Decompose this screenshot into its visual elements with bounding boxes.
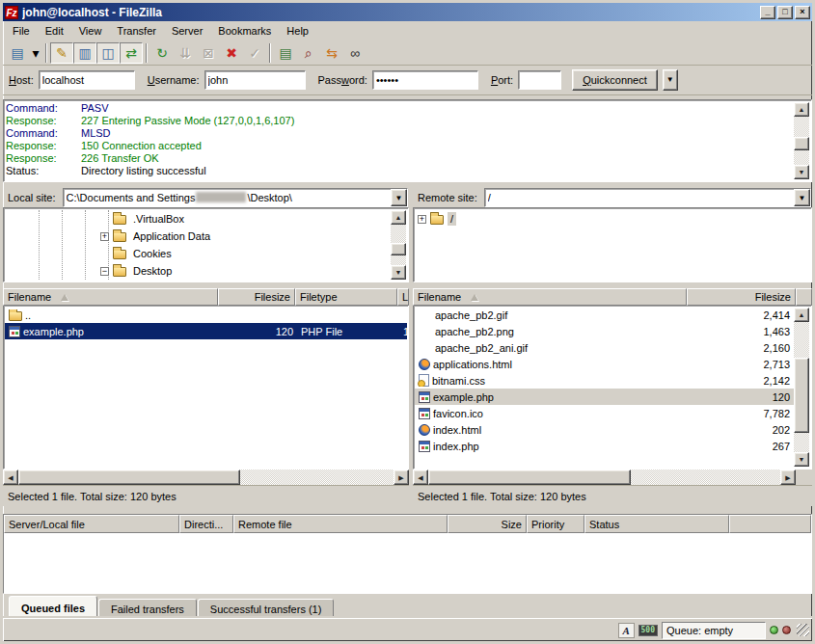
queue-column-remotefile[interactable]: Remote file xyxy=(233,515,448,533)
binoculars-button[interactable]: ∞ xyxy=(343,42,367,64)
scrollbar-thumb[interactable] xyxy=(18,470,240,485)
file-row[interactable]: applications.html2,713 xyxy=(415,356,794,372)
menu-help[interactable]: Help xyxy=(279,23,316,39)
title-bar[interactable]: Fz john@localhost - FileZilla _ □ × xyxy=(3,3,812,21)
file-row[interactable]: favicon.ico7,782 xyxy=(415,405,794,421)
tree-item-label[interactable]: Cookies xyxy=(130,247,175,260)
tab-queued-files[interactable]: Queued files xyxy=(9,596,97,618)
scroll-down-icon[interactable]: ▼ xyxy=(391,265,406,280)
quickconnect-dropdown-icon[interactable]: ▼ xyxy=(663,69,678,91)
queue-column-size[interactable]: Size xyxy=(448,515,527,533)
filter-button[interactable]: ▤ xyxy=(274,42,297,64)
speed-limit-icon[interactable]: 500 xyxy=(638,625,658,636)
password-input[interactable] xyxy=(372,70,478,90)
username-input[interactable] xyxy=(204,70,306,90)
process-queue-button[interactable]: ⇊ xyxy=(174,42,197,64)
file-row[interactable]: apache_pb2.gif2,414 xyxy=(415,307,794,323)
chevron-down-icon[interactable]: ▼ xyxy=(391,189,407,206)
scrollbar-thumb[interactable] xyxy=(794,137,809,150)
scrollbar-thumb[interactable] xyxy=(391,243,406,255)
file-row[interactable]: apache_pb2.png1,463 xyxy=(415,323,794,339)
chevron-down-icon[interactable]: ▼ xyxy=(794,189,810,206)
column-header-filename[interactable]: Filename xyxy=(3,288,218,306)
file-row[interactable]: apache_pb2_ani.gif2,160 xyxy=(415,339,794,356)
port-input[interactable] xyxy=(518,70,561,90)
queue-column-priority[interactable]: Priority xyxy=(527,515,584,533)
file-row[interactable]: .. xyxy=(5,307,407,323)
reconnect-button[interactable]: ✓ xyxy=(243,42,266,64)
tree-item[interactable]: .VirtualBox xyxy=(6,210,390,228)
remote-list-scrollbar[interactable]: ▲ ▼ xyxy=(794,308,809,467)
expand-icon[interactable]: + xyxy=(100,232,109,241)
queue-column-status[interactable]: Status xyxy=(584,515,729,533)
close-button[interactable]: × xyxy=(795,6,810,19)
file-row[interactable]: bitnami.css2,142 xyxy=(415,372,794,389)
collapse-icon[interactable]: − xyxy=(100,267,109,276)
column-header-filesize[interactable]: Filesize xyxy=(218,288,295,306)
cancel-operation-button[interactable]: ⊠ xyxy=(197,42,220,64)
log-scrollbar[interactable]: ▲ ▼ xyxy=(794,102,809,179)
menu-server[interactable]: Server xyxy=(164,23,210,39)
remote-hscrollbar[interactable]: ◀ ▶ xyxy=(413,470,796,485)
column-header-filesize[interactable]: Filesize xyxy=(687,288,796,306)
file-row[interactable]: example.php120 xyxy=(415,389,794,405)
tab-successful-transfers-[interactable]: Successful transfers (1) xyxy=(198,599,335,618)
toggle-local-tree-button[interactable]: ▥ xyxy=(73,42,96,64)
remote-site-combo[interactable]: / ▼ xyxy=(484,188,811,207)
scrollbar-thumb[interactable] xyxy=(794,358,809,433)
local-hscrollbar[interactable]: ◀ ▶ xyxy=(3,470,409,485)
column-header-filetype[interactable]: Filetype xyxy=(295,288,397,306)
tree-item[interactable]: Cookies xyxy=(6,245,390,262)
site-manager-button[interactable]: ▤ xyxy=(6,42,29,64)
site-manager-dropdown-button[interactable]: ▾ xyxy=(29,42,42,64)
sync-browsing-button[interactable]: ⇆ xyxy=(320,42,343,64)
scroll-right-icon[interactable]: ▶ xyxy=(394,470,409,485)
scroll-down-icon[interactable]: ▼ xyxy=(794,165,809,179)
scroll-up-icon[interactable]: ▲ xyxy=(794,102,809,117)
app-icon[interactable]: Fz xyxy=(5,6,18,19)
minimize-button[interactable]: _ xyxy=(760,6,775,19)
refresh-button[interactable]: ↻ xyxy=(150,42,174,64)
tree-item-label[interactable]: .VirtualBox xyxy=(130,212,187,226)
maximize-button[interactable]: □ xyxy=(777,6,793,19)
local-site-combo[interactable]: C:\Documents and Settings\Desktop\ ▼ xyxy=(63,188,408,207)
tree-item[interactable]: −Desktop xyxy=(6,262,390,280)
menu-edit[interactable]: Edit xyxy=(38,23,71,39)
tree-item-label[interactable]: Application Data xyxy=(130,229,213,243)
menu-bookmarks[interactable]: Bookmarks xyxy=(210,23,279,39)
host-input[interactable] xyxy=(39,70,135,90)
scroll-up-icon[interactable]: ▲ xyxy=(391,210,406,225)
scroll-left-icon[interactable]: ◀ xyxy=(413,470,428,485)
scroll-down-icon[interactable]: ▼ xyxy=(794,452,809,467)
menu-transfer[interactable]: Transfer xyxy=(109,23,164,39)
tree-item-label[interactable]: / xyxy=(448,212,456,226)
disconnect-button[interactable]: ✖ xyxy=(220,42,243,64)
expand-icon[interactable]: + xyxy=(418,215,426,224)
toggle-message-log-button[interactable]: ✎ xyxy=(50,42,73,64)
scroll-up-icon[interactable]: ▲ xyxy=(794,308,809,322)
scroll-left-icon[interactable]: ◀ xyxy=(3,470,18,485)
quickconnect-button[interactable]: Quickconnect xyxy=(572,69,658,91)
file-search-button[interactable]: ⌕ xyxy=(297,42,320,64)
column-header-filename[interactable]: Filename xyxy=(413,288,687,306)
tab-failed-transfers[interactable]: Failed transfers xyxy=(98,599,197,618)
toggle-queue-button[interactable]: ⇄ xyxy=(120,42,143,64)
scrollbar-thumb[interactable] xyxy=(428,470,631,485)
file-row[interactable]: example.php120PHP File1 xyxy=(5,323,407,339)
ascii-datatype-icon[interactable]: A xyxy=(618,623,635,638)
menu-view[interactable]: View xyxy=(71,23,110,39)
file-row[interactable]: index.php267 xyxy=(415,438,794,454)
queue-column-serverlocalfile[interactable]: Server/Local file xyxy=(4,515,179,533)
scroll-right-icon[interactable]: ▶ xyxy=(780,470,796,485)
file-row[interactable]: index.html202 xyxy=(415,421,794,438)
tree-item[interactable]: +/ xyxy=(416,210,809,228)
local-tree-scrollbar[interactable]: ▲ ▼ xyxy=(391,210,406,280)
column-header-l[interactable]: L xyxy=(397,288,409,306)
resize-grip-icon[interactable] xyxy=(797,624,809,636)
queue-body[interactable] xyxy=(4,533,811,593)
menu-file[interactable]: File xyxy=(5,23,38,39)
toggle-remote-tree-button[interactable]: ◫ xyxy=(96,42,120,64)
queue-column-directi[interactable]: Directi... xyxy=(179,515,233,533)
tree-item[interactable]: +Application Data xyxy=(6,228,390,245)
tree-item-label[interactable]: Desktop xyxy=(130,264,175,278)
